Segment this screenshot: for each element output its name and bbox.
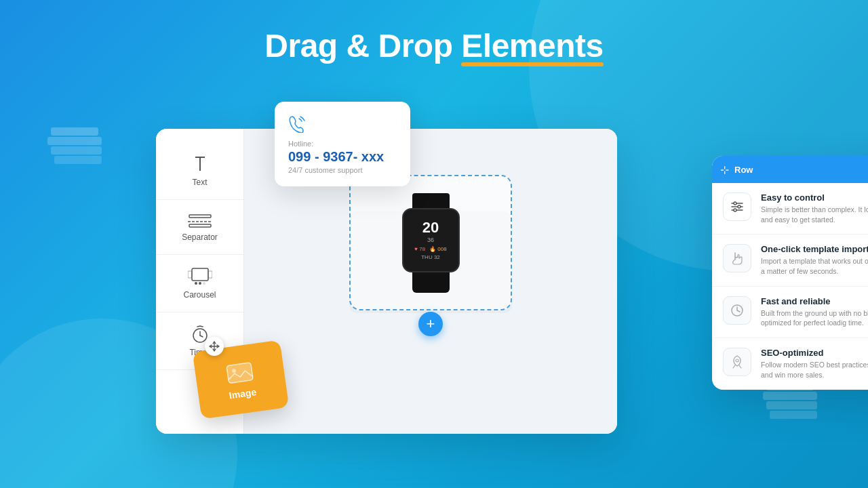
phone-icon (288, 114, 397, 136)
easy-control-icon-wrap (723, 192, 751, 221)
feature-desc-easy-control: Simple is better than complex. It looks … (761, 205, 868, 224)
svg-point-27 (738, 205, 741, 208)
feature-text-one-click: One-click template import Import a templ… (761, 244, 868, 276)
feature-title-fast: Fast and reliable (761, 296, 868, 306)
svg-rect-13 (192, 268, 208, 281)
feature-desc-fast: Built from the ground up with no bloat, … (761, 308, 868, 328)
sidebar-label-text: Text (192, 178, 207, 187)
watch-stats: ♥ 78 🔥 008 (414, 246, 446, 252)
fast-icon-wrap (723, 296, 751, 325)
feature-text-fast: Fast and reliable Built from the ground … (761, 296, 868, 328)
drop-zone[interactable]: 20 36 ♥ 78 🔥 008 THU 32 (349, 175, 512, 310)
hotline-support: 24/7 customer support (288, 166, 397, 174)
move-cursor-icon (205, 337, 224, 356)
svg-point-30 (736, 359, 738, 362)
feature-item-fast: Fast and reliable Built from the ground … (712, 287, 868, 338)
watch-band-bottom (412, 272, 450, 293)
svg-rect-14 (188, 271, 192, 278)
panel-container: Hotline: 099 - 9367- xxx 24/7 customer s… (156, 102, 712, 427)
sidebar-item-separator[interactable]: Separator (156, 200, 243, 255)
feature-desc-seo: Follow modern SEO best practices, drive … (761, 360, 868, 380)
feature-list: Easy to control Simple is better than co… (712, 183, 868, 390)
feature-text-seo: SEO-optimized Follow modern SEO best pra… (761, 348, 868, 380)
watch-fire: 🔥 008 (429, 246, 447, 252)
feature-title-one-click: One-click template import (761, 244, 868, 254)
toolbar-row-label: Row (734, 165, 861, 175)
main-content: Hotline: 099 - 9367- xxx 24/7 customer s… (0, 88, 868, 488)
move-arrows-icon (209, 341, 220, 352)
separator-icon (188, 212, 212, 228)
title-highlight: Elements (461, 28, 603, 64)
sidebar-label-carousel: Carousel (183, 290, 216, 300)
features-panel: ⊹ Row × (712, 156, 868, 390)
watch-heart: ♥ 78 (414, 246, 425, 252)
sidebar-label-separator: Separator (182, 232, 218, 242)
row-toolbar: ⊹ Row × (712, 156, 868, 183)
svg-point-26 (734, 202, 736, 205)
feature-title-seo: SEO-optimized (761, 348, 868, 358)
feature-title-easy-control: Easy to control (761, 192, 868, 203)
watch-face: 20 36 ♥ 78 🔥 008 THU 32 (402, 208, 460, 272)
svg-rect-12 (189, 224, 211, 227)
one-click-icon-wrap (723, 244, 751, 272)
svg-point-16 (195, 282, 197, 285)
watch-band-top (412, 193, 450, 208)
add-element-button[interactable]: + (418, 312, 443, 336)
sliders-icon (730, 199, 745, 214)
svg-point-17 (199, 282, 201, 285)
watch-product: 20 36 ♥ 78 🔥 008 THU 32 (402, 193, 460, 293)
feature-desc-one-click: Import a template that works out of the … (761, 256, 868, 276)
clock-icon (730, 303, 745, 318)
image-drag-icon (224, 359, 254, 386)
seo-icon-wrap (723, 348, 751, 376)
svg-point-28 (734, 209, 736, 211)
text-icon (191, 155, 210, 174)
feature-item-seo: SEO-optimized Follow modern SEO best pra… (712, 338, 868, 389)
hotline-number: 099 - 9367- xxx (288, 149, 397, 165)
watch-date: THU 32 (421, 254, 440, 260)
feature-item-easy-control: Easy to control Simple is better than co… (712, 183, 868, 235)
svg-rect-15 (208, 271, 212, 278)
svg-rect-31 (226, 362, 253, 383)
rocket-icon (730, 354, 745, 369)
draggable-label: Image (229, 386, 257, 401)
sidebar-item-text[interactable]: Text (156, 142, 243, 200)
title-part1: Drag & Drop (264, 28, 461, 64)
page-title: Drag & Drop Elements (0, 27, 868, 64)
svg-point-18 (203, 282, 205, 285)
move-icon[interactable]: ⊹ (720, 163, 729, 176)
watch-minute: 36 (427, 237, 434, 243)
svg-rect-10 (189, 215, 211, 218)
hand-icon (730, 251, 745, 266)
page-header: Drag & Drop Elements (0, 0, 868, 64)
watch-time: 20 (422, 220, 439, 235)
hotline-label: Hotline: (288, 140, 397, 148)
feature-text-easy-control: Easy to control Simple is better than co… (761, 192, 868, 224)
feature-item-one-click: One-click template import Import a templ… (712, 235, 868, 286)
sidebar-item-carousel[interactable]: Carousel (156, 255, 243, 312)
carousel-icon (188, 267, 212, 286)
hotline-card: Hotline: 099 - 9367- xxx 24/7 customer s… (275, 102, 410, 186)
